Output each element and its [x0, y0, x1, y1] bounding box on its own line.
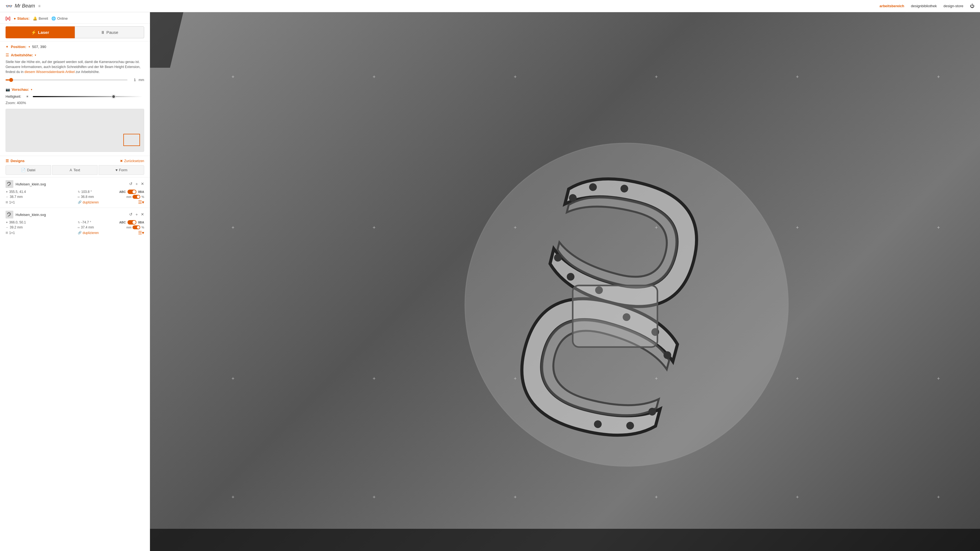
bereit-status: 🔔 Bereit [33, 16, 48, 21]
design-item-2-left: Hufeisen_klein.svg [6, 211, 46, 218]
copies-value-1: 1×1 [9, 200, 15, 204]
move-icon-1: ✦ [6, 190, 8, 194]
design-thumb-2 [6, 211, 13, 218]
pause-icon: ⏸ [100, 30, 105, 35]
brightness-low-icon: ☀ [26, 95, 29, 98]
toggle-pill-1[interactable] [127, 190, 137, 194]
dup-icon-1: 🔗 [78, 200, 82, 204]
tab-bar: 📄 Datei A Text ♥ Form [0, 165, 150, 177]
toggle-unit-1[interactable] [132, 195, 140, 199]
copies-icon-2: ⊞ [6, 231, 8, 235]
nav-design-store[interactable]: design-store [943, 4, 963, 8]
prop-rot-1: ↻ 103.8 ° ABC 0BA [78, 190, 145, 194]
helligkeit-label: Helligkeit: [6, 94, 24, 98]
arbeitshoehe-dropdown: ▾ [35, 54, 36, 57]
right-panel[interactable]: + + + + + + + + + + + + + + + + + + + + … [150, 12, 980, 551]
height-icon-2: ∞ [78, 225, 80, 229]
tab-form[interactable]: ♥ Form [99, 165, 144, 175]
design-thumb-1 [6, 180, 13, 188]
design-item-1-header: Hufeisen_klein.svg ↺ ＋ ✕ [6, 180, 144, 188]
close-button[interactable]: [x] [6, 16, 10, 21]
arbeitshoehe-label[interactable]: Arbeitshöhe: [11, 53, 33, 57]
rotate-icon-2: ↻ [78, 221, 80, 224]
width-value-2: 39.2 mm [10, 225, 23, 229]
logo-asterisk: ✳ [38, 4, 41, 8]
pause-button[interactable]: ⏸ Pause [75, 26, 145, 38]
power-icon[interactable]: ⏻ [970, 3, 974, 9]
toggle-abc-1: ABC 0BA [119, 190, 144, 194]
move-icon-2: ✦ [6, 221, 8, 224]
arbeitshoehe-slider-row: 1 mm [0, 76, 150, 85]
vorschau-label[interactable]: Vorschau: [12, 87, 29, 92]
zuruecksetzen-button[interactable]: ✖ Zurücksetzen [120, 159, 144, 163]
remove-design-1-icon[interactable]: ✕ [141, 181, 144, 187]
arbeitshoehe-header: ☰ Arbeitshöhe: ▾ [0, 51, 150, 58]
toggle-pill-2[interactable] [127, 220, 137, 225]
dupliziern-link-1[interactable]: duplizieren [83, 200, 99, 204]
prop-w-2: ↔ 39.2 mm [6, 225, 72, 229]
height-value-1: 36.8 mm [81, 195, 94, 199]
status-bar: [x] ● Status: 🔔 Bereit 🌐 Online [0, 12, 150, 24]
helligkeit-row: Helligkeit: ☀ [0, 93, 150, 100]
tab-text[interactable]: A Text [52, 165, 98, 175]
copies-icon-1: ⊞ [6, 200, 8, 204]
design-overlay-svg[interactable] [150, 12, 980, 551]
logo: 👓 Mr Beam ✳ [6, 3, 41, 10]
reset-design-2-icon[interactable]: ↺ [129, 212, 132, 217]
position-icon: ✦ [6, 45, 9, 49]
wissensdatenbank-link[interactable]: diesem Wissensdatenbank-Artikel [24, 70, 75, 74]
left-panel: [x] ● Status: 🔔 Bereit 🌐 Online ⚡ Laser … [0, 12, 150, 551]
position-label[interactable]: Position: [11, 45, 26, 49]
preview-viewport [123, 134, 140, 146]
design-filename-2: Hufeisen_klein.svg [16, 213, 46, 217]
toggle-abc-2: ABC 0BA [119, 220, 144, 225]
dup-icon-2: 🔗 [78, 231, 82, 235]
prop-h-1: ∞ 36.8 mm mm % [78, 195, 145, 199]
designs-header: ☰ Designs ✖ Zurücksetzen [0, 156, 150, 165]
arbeitshoehe-unit: mm [138, 78, 144, 82]
preview-container[interactable] [6, 109, 144, 152]
arbeitshoehe-slider[interactable] [6, 79, 127, 81]
glasses-icon: 👓 [6, 3, 13, 10]
unit-pct-2[interactable]: % [142, 225, 144, 229]
add-design-2-icon[interactable]: ＋ [135, 212, 138, 217]
design-filename-1: Hufeisen_klein.svg [16, 182, 46, 186]
online-status: 🌐 Online [51, 16, 68, 21]
position-value: 507, 390 [32, 45, 46, 49]
prop-copies-2: ⊞ 1×1 [6, 230, 72, 235]
logo-text: Mr Beam [15, 3, 35, 9]
tab-datei[interactable]: 📄 Datei [6, 165, 51, 175]
add-design-1-icon[interactable]: ＋ [135, 181, 138, 187]
status-dot: ● [14, 16, 16, 21]
unit-mm-2[interactable]: mm [126, 225, 131, 229]
design-actions-2: ↺ ＋ ✕ [129, 212, 144, 217]
bereit-icon: 🔔 [33, 16, 37, 21]
laser-button[interactable]: ⚡ Laser [6, 26, 75, 38]
reset-design-1-icon[interactable]: ↺ [129, 181, 132, 187]
brightness-slider[interactable] [33, 96, 143, 97]
design-menu-1-icon[interactable]: ☰▾ [138, 200, 144, 205]
remove-design-2-icon[interactable]: ✕ [141, 212, 144, 217]
arbeitshoehe-value: 1 [130, 78, 136, 82]
dupliziern-link-2[interactable]: duplizieren [83, 231, 99, 235]
zoom-value: 400% [17, 101, 26, 105]
camera-background: + + + + + + + + + + + + + + + + + + + + … [150, 12, 980, 551]
design-menu-2-icon[interactable]: ☰▾ [138, 230, 144, 235]
unit-mm-1[interactable]: mm [126, 195, 131, 198]
toggle-unit-2[interactable] [132, 225, 140, 229]
status-label: Status: [17, 16, 29, 21]
arbeitshoehe-icon: ☰ [6, 53, 9, 57]
svg-rect-13 [573, 285, 657, 347]
rotate-icon-1: ↻ [78, 190, 80, 194]
nav-arbeitsbereich[interactable]: arbeitsbereich [880, 4, 904, 8]
zoom-row: Zoom: 400% [0, 100, 150, 107]
design-item-1-left: Hufeisen_klein.svg [6, 180, 46, 188]
unit-pct-1[interactable]: % [142, 195, 144, 198]
position-dropdown-arrow: ▾ [29, 45, 30, 48]
xy-value-1: 355.5, 41.4 [9, 190, 26, 194]
design-item-2: Hufeisen_klein.svg ↺ ＋ ✕ ✦ 366.0, 50.1 [0, 208, 150, 238]
design-item-1: Hufeisen_klein.svg ↺ ＋ ✕ ✦ 355.5, 41.4 [0, 177, 150, 208]
design-props-1: ✦ 355.5, 41.4 ↻ 103.8 ° ABC 0BA [6, 190, 144, 205]
status-indicator: ● Status: [14, 16, 29, 21]
nav-designbibliothek[interactable]: designbibliothek [911, 4, 937, 8]
